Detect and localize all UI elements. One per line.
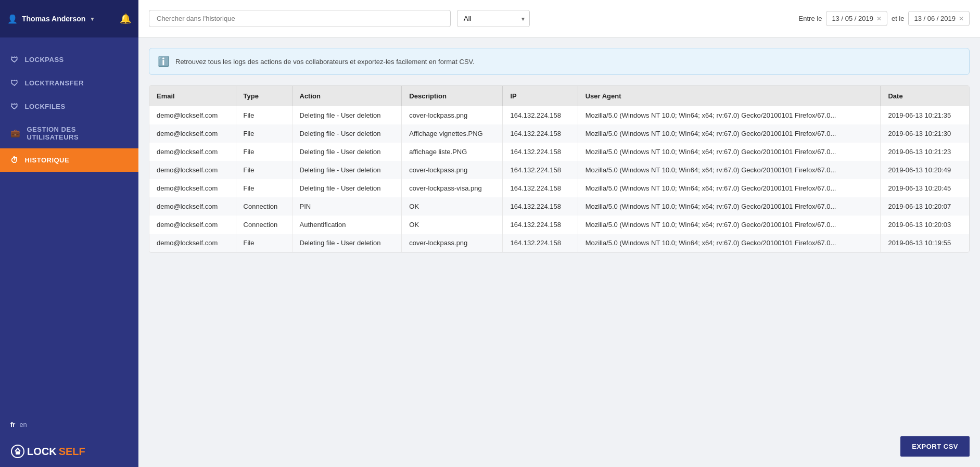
svg-rect-1	[16, 451, 20, 455]
description-cell: OK	[402, 216, 503, 234]
type-cell: File	[236, 143, 292, 161]
user-agent-cell: Mozilla/5.0 (Windows NT 10.0; Win64; x64…	[578, 179, 881, 197]
ip-cell: 164.132.224.158	[503, 216, 578, 234]
shield-icon: 🛡	[10, 79, 19, 87]
date-filter: Entre le 13 / 05 / 2019 ✕ et le 13 / 06 …	[799, 11, 970, 26]
table-row: demo@lockself.comFileDeleting file - Use…	[149, 161, 969, 179]
type-cell: File	[236, 179, 292, 197]
action-cell: Deleting file - User deletion	[292, 124, 402, 143]
table-row: demo@lockself.comFileDeleting file - Use…	[149, 106, 969, 124]
main-area: All File Connection ▼ Entre le 13 / 05 /…	[138, 0, 980, 467]
table-row: demo@lockself.comConnectionPINOK164.132.…	[149, 197, 969, 216]
clock-icon: ⏱	[10, 156, 19, 165]
col-header-type: Type	[236, 86, 292, 106]
type-cell: File	[236, 124, 292, 143]
date-from-pill[interactable]: 13 / 05 / 2019 ✕	[826, 11, 887, 26]
topbar: All File Connection ▼ Entre le 13 / 05 /…	[138, 0, 980, 37]
date-cell: 2019-06-13 10:21:30	[881, 124, 969, 143]
briefcase-icon: 💼	[10, 129, 21, 138]
notification-bell-icon[interactable]: 🔔	[120, 13, 131, 24]
date-cell: 2019-06-13 10:20:07	[881, 197, 969, 216]
user-agent-cell: Mozilla/5.0 (Windows NT 10.0; Win64; x64…	[578, 234, 881, 252]
email-cell: demo@lockself.com	[149, 216, 236, 234]
description-cell: affichage liste.PNG	[402, 143, 503, 161]
user-agent-cell: Mozilla/5.0 (Windows NT 10.0; Win64; x64…	[578, 197, 881, 216]
col-header-email: Email	[149, 86, 236, 106]
lang-fr[interactable]: fr	[10, 421, 15, 428]
sidebar-item-label: LOCKPASS	[25, 56, 64, 64]
action-cell: Deleting file - User deletion	[292, 161, 402, 179]
ip-cell: 164.132.224.158	[503, 179, 578, 197]
action-cell: Deleting file - User deletion	[292, 143, 402, 161]
user-agent-cell: Mozilla/5.0 (Windows NT 10.0; Win64; x64…	[578, 216, 881, 234]
user-profile[interactable]: 👤 Thomas Anderson ▼	[7, 14, 95, 24]
lockself-logo-icon	[10, 444, 25, 459]
email-cell: demo@lockself.com	[149, 106, 236, 124]
type-cell: Connection	[236, 216, 292, 234]
col-header-date: Date	[881, 86, 969, 106]
sidebar-nav: 🛡 LOCKPASS 🛡 LOCKTRANSFER 🛡 LOCKFILES 💼 …	[0, 37, 138, 413]
sidebar-header: 👤 Thomas Anderson ▼ 🔔	[0, 0, 138, 37]
history-table: Email Type Action Description IP User Ag…	[149, 86, 969, 252]
ip-cell: 164.132.224.158	[503, 197, 578, 216]
ip-cell: 164.132.224.158	[503, 106, 578, 124]
sidebar: 👤 Thomas Anderson ▼ 🔔 🛡 LOCKPASS 🛡 LOCKT…	[0, 0, 138, 467]
email-cell: demo@lockself.com	[149, 124, 236, 143]
shield-icon: 🛡	[10, 102, 19, 111]
date-cell: 2019-06-13 10:20:03	[881, 216, 969, 234]
info-icon: ℹ️	[158, 56, 169, 67]
user-name: Thomas Anderson	[22, 15, 85, 23]
type-cell: Connection	[236, 197, 292, 216]
ip-cell: 164.132.224.158	[503, 124, 578, 143]
date-to-pill[interactable]: 13 / 06 / 2019 ✕	[908, 11, 970, 26]
type-cell: File	[236, 234, 292, 252]
ip-cell: 164.132.224.158	[503, 234, 578, 252]
sidebar-item-historique[interactable]: ⏱ HISTORIQUE	[0, 148, 138, 172]
sidebar-item-label: HISTORIQUE	[25, 156, 70, 164]
logo-self-text: SELF	[59, 446, 85, 458]
table-row: demo@lockself.comFileDeleting file - Use…	[149, 234, 969, 252]
action-cell: Deleting file - User deletion	[292, 179, 402, 197]
date-from-value: 13 / 05 / 2019	[832, 15, 873, 22]
description-cell: cover-lockpass.png	[402, 234, 503, 252]
info-banner-text: Retrouvez tous les logs des actions de v…	[175, 58, 475, 66]
col-header-description: Description	[402, 86, 503, 106]
description-cell: cover-lockpass.png	[402, 106, 503, 124]
user-icon: 👤	[7, 14, 18, 24]
sidebar-item-lockpass[interactable]: 🛡 LOCKPASS	[0, 48, 138, 71]
table-row: demo@lockself.comFileDeleting file - Use…	[149, 124, 969, 143]
user-agent-cell: Mozilla/5.0 (Windows NT 10.0; Win64; x64…	[578, 143, 881, 161]
col-header-user-agent: User Agent	[578, 86, 881, 106]
sidebar-item-locktransfer[interactable]: 🛡 LOCKTRANSFER	[0, 71, 138, 95]
email-cell: demo@lockself.com	[149, 161, 236, 179]
table-row: demo@lockself.comFileDeleting file - Use…	[149, 143, 969, 161]
action-cell: Deleting file - User deletion	[292, 106, 402, 124]
history-table-wrapper: Email Type Action Description IP User Ag…	[149, 85, 970, 253]
type-filter-select[interactable]: All File Connection	[457, 10, 530, 27]
search-input[interactable]	[149, 10, 451, 27]
table-row: demo@lockself.comConnectionAuthentificat…	[149, 216, 969, 234]
sidebar-item-gestion[interactable]: 💼 GESTION DES UTILISATEURS	[0, 118, 138, 148]
chevron-down-icon: ▼	[90, 16, 95, 22]
col-header-ip: IP	[503, 86, 578, 106]
export-csv-button[interactable]: EXPORT CSV	[900, 436, 970, 457]
email-cell: demo@lockself.com	[149, 179, 236, 197]
user-agent-cell: Mozilla/5.0 (Windows NT 10.0; Win64; x64…	[578, 124, 881, 143]
lang-en[interactable]: en	[19, 421, 27, 428]
action-cell: PIN	[292, 197, 402, 216]
sidebar-item-lockfiles[interactable]: 🛡 LOCKFILES	[0, 95, 138, 118]
date-from-clear-icon[interactable]: ✕	[876, 15, 882, 22]
date-cell: 2019-06-13 10:21:23	[881, 143, 969, 161]
date-to-clear-icon[interactable]: ✕	[959, 15, 964, 22]
email-cell: demo@lockself.com	[149, 143, 236, 161]
date-to-value: 13 / 06 / 2019	[914, 15, 956, 22]
date-cell: 2019-06-13 10:19:55	[881, 234, 969, 252]
lockself-logo: LOCKSELF	[0, 436, 138, 467]
sidebar-item-label: GESTION DES UTILISATEURS	[27, 125, 129, 141]
description-cell: Affichage vignettes.PNG	[402, 124, 503, 143]
logo-lock-text: LOCK	[27, 446, 57, 458]
date-cell: 2019-06-13 10:21:35	[881, 106, 969, 124]
sidebar-item-label: LOCKFILES	[25, 103, 66, 110]
table-row: demo@lockself.comFileDeleting file - Use…	[149, 179, 969, 197]
date-between-label: Entre le	[799, 15, 822, 22]
